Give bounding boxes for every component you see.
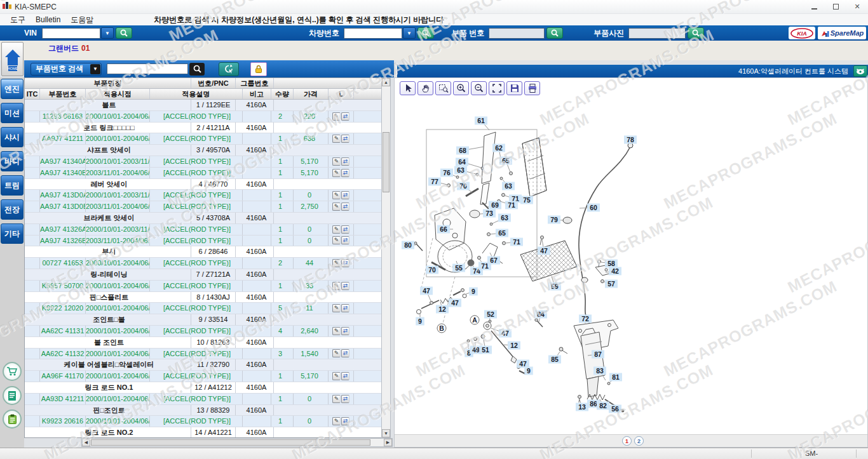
pan-tool-button[interactable] xyxy=(417,81,433,95)
diagram-callout-68[interactable]: 68 xyxy=(456,147,469,155)
part-row[interactable]: AA9J7 41326B2003/11/01-2004/06/15[ACCEL(… xyxy=(25,236,381,247)
diagram-callout-57[interactable]: 57 xyxy=(605,280,618,288)
table-horizontal-scrollbar[interactable]: ◀ ▶ xyxy=(81,438,393,447)
part-row[interactable]: AA9J7 41326A2000/10/01-2003/11/01[ACCEL(… xyxy=(25,224,381,236)
part-row[interactable]: AA9J7 41340A2000/10/01-2003/11/01[ACCEL(… xyxy=(25,156,381,168)
menu-bulletin[interactable]: Bulletin xyxy=(36,15,60,24)
diagram-callout-76[interactable]: 76 xyxy=(440,169,453,177)
diagram-callout-12[interactable]: 12 xyxy=(436,305,449,314)
diagram-callout-42[interactable]: 42 xyxy=(609,267,621,276)
sidebar-item-electrical[interactable]: 전장 xyxy=(1,199,24,220)
scroll-left-arrow[interactable]: ◀ xyxy=(82,439,90,446)
diagram-callout-47[interactable]: 47 xyxy=(538,247,550,255)
sidebar-item-trim[interactable]: 트림 xyxy=(1,175,24,196)
clipboard-button[interactable] xyxy=(3,409,22,429)
part-search-dropdown[interactable]: 부품번호 검색 ▼ xyxy=(31,63,102,76)
part-row[interactable]: AA93D 412112000/10/01-2004/06/15[ACCEL(R… xyxy=(25,394,381,405)
edit-icon[interactable]: ✎ xyxy=(332,349,341,357)
diagram-callout-55[interactable]: 55 xyxy=(452,264,465,272)
group-row[interactable]: 볼트1 / 1129EE4160A xyxy=(25,100,381,111)
vin-dropdown-button[interactable]: ▼ xyxy=(101,27,114,39)
page-2-button[interactable]: 2 xyxy=(634,436,644,446)
diagram-callout-47[interactable]: 47 xyxy=(499,329,512,338)
diagram-callout-62[interactable]: 62 xyxy=(492,144,505,152)
diagram-callout-73[interactable]: 73 xyxy=(483,210,496,218)
diagram-callout-84[interactable]: 84 xyxy=(534,310,547,319)
menu-help[interactable]: 도움말 xyxy=(71,15,93,25)
edit-icon[interactable]: ✎ xyxy=(332,395,341,403)
diagram-callout-75[interactable]: 75 xyxy=(520,196,533,204)
edit-icon[interactable]: ✎ xyxy=(332,236,341,244)
diagram-callout-64[interactable]: 64 xyxy=(456,158,468,166)
sidebar-item-mission[interactable]: 미션 xyxy=(1,103,24,123)
group-row[interactable]: 핀□스플리트8 / 1430AJ4160A xyxy=(25,292,381,303)
scroll-down-arrow[interactable]: ▼ xyxy=(382,429,390,437)
scroll-up-arrow[interactable]: ▲ xyxy=(382,78,390,86)
group-row[interactable]: 케이블 어셈블리□악셀레이터11 / 327904160A xyxy=(25,359,381,371)
home-button[interactable]: HOME xyxy=(1,42,24,76)
diagram-callout-63[interactable]: 63 xyxy=(454,166,467,175)
diagram-callout-A[interactable]: A xyxy=(470,316,479,324)
zoom-area-tool-button[interactable] xyxy=(435,81,451,95)
vehicle-no-search-button[interactable] xyxy=(417,27,434,39)
diagram-callout-80[interactable]: 80 xyxy=(402,241,414,249)
swap-icon[interactable]: ⇄ xyxy=(341,417,349,425)
table-vertical-scrollbar[interactable]: ▲ ▼ xyxy=(381,77,391,438)
group-row[interactable]: 레버 앗세이4 / 467704160A xyxy=(25,179,381,190)
group-row[interactable]: 부시6 / 286464160A xyxy=(25,246,381,258)
swap-icon[interactable]: ⇄ xyxy=(341,349,349,357)
diagram-callout-85[interactable]: 85 xyxy=(548,356,561,364)
select-tool-button[interactable] xyxy=(400,81,416,95)
part-no-input[interactable] xyxy=(489,28,545,39)
edit-icon[interactable]: ✎ xyxy=(332,169,341,177)
diagram-callout-56[interactable]: 56 xyxy=(609,405,621,413)
part-row[interactable]: AA9J7 41340B2003/11/01-2004/06/15[ACCEL(… xyxy=(25,168,381,179)
group-row[interactable]: 링크 로드 NO.214 / A412214160A xyxy=(25,427,381,438)
swap-icon[interactable]: ⇄ xyxy=(341,112,349,121)
group-row[interactable]: 링-리테이닝7 / Z7121A4160A xyxy=(25,269,381,281)
scroll-thumb[interactable] xyxy=(91,439,370,446)
diagram-callout-87[interactable]: 87 xyxy=(592,350,604,359)
diagram-callout-63[interactable]: 63 xyxy=(502,182,515,190)
diagram-callout-9[interactable]: 9 xyxy=(524,367,533,375)
order-document-button[interactable] xyxy=(3,386,22,405)
diagram-callout-12[interactable]: 12 xyxy=(508,342,520,350)
edit-icon[interactable]: ✎ xyxy=(332,157,341,166)
swap-icon[interactable]: ⇄ xyxy=(341,225,349,234)
edit-icon[interactable]: ✎ xyxy=(332,135,341,143)
lock-button[interactable] xyxy=(250,62,267,76)
swap-icon[interactable]: ⇄ xyxy=(341,395,349,403)
diagram-callout-60[interactable]: 60 xyxy=(587,204,600,212)
part-row[interactable]: K9957 507002000/10/01-2004/06/15[ACCEL(R… xyxy=(25,281,381,292)
diagram-callout-63[interactable]: 63 xyxy=(498,214,511,222)
swap-icon[interactable]: ⇄ xyxy=(341,282,349,290)
edit-icon[interactable]: ✎ xyxy=(332,191,341,199)
close-button[interactable]: ✕ xyxy=(846,0,868,13)
edit-icon[interactable]: ✎ xyxy=(332,304,341,312)
group-row[interactable]: 핀□조인트13 / 883294160A xyxy=(25,405,381,416)
diagram-callout-59[interactable]: 59 xyxy=(548,283,561,291)
sidebar-item-body[interactable]: 바디 xyxy=(1,151,24,171)
diagram-callout-72[interactable]: 72 xyxy=(579,315,592,323)
part-row[interactable]: 00727 416532000/10/01-2004/06/15[ACCEL(R… xyxy=(25,258,381,269)
group-row[interactable]: 링크 로드 NO.112 / A412124160A xyxy=(25,382,381,394)
edit-icon[interactable]: ✎ xyxy=(332,203,341,211)
edit-icon[interactable]: ✎ xyxy=(332,372,341,380)
save-button[interactable] xyxy=(506,81,522,95)
diagram-callout-71[interactable]: 71 xyxy=(510,238,523,246)
swap-icon[interactable]: ⇄ xyxy=(341,372,349,380)
part-row[interactable]: AA9J7 413D0A2000/10/01-2003/11/01[ACCEL(… xyxy=(25,190,381,201)
part-row[interactable]: AA9J7 413D0B2003/11/01-2004/06/15[ACCEL(… xyxy=(25,201,381,213)
vin-search-button[interactable] xyxy=(116,27,132,39)
edit-icon[interactable]: ✎ xyxy=(332,282,341,290)
swap-icon[interactable]: ⇄ xyxy=(341,203,349,211)
menu-tools[interactable]: 도구 xyxy=(10,15,25,25)
edit-icon[interactable]: ✎ xyxy=(332,225,341,234)
part-row[interactable]: AA62C 411322000/10/01-2004/06/15[ACCEL(R… xyxy=(25,349,381,360)
diagram-callout-65[interactable]: 65 xyxy=(496,229,508,237)
part-search-button[interactable] xyxy=(189,63,205,76)
minimize-button[interactable] xyxy=(803,0,825,13)
swap-icon[interactable]: ⇄ xyxy=(341,327,349,335)
part-no-search-button[interactable] xyxy=(546,27,563,39)
print-button[interactable] xyxy=(524,81,540,95)
